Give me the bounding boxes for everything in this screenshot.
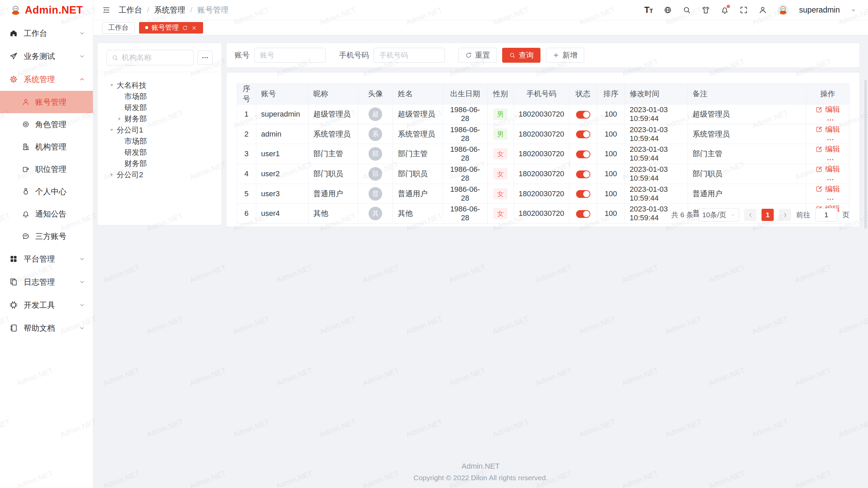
edit-button[interactable]: 编辑 [815, 144, 840, 154]
tree-node-财务部[interactable]: 财务部 [106, 158, 213, 169]
row-more-button[interactable] [826, 176, 834, 184]
tree-node-研发部[interactable]: 研发部 [106, 102, 213, 113]
org-search-input[interactable] [122, 53, 189, 62]
cell-no: 1 [237, 104, 256, 124]
profile-icon[interactable] [758, 6, 767, 14]
prev-page-button[interactable] [744, 209, 756, 221]
breadcrumb-separator: / [147, 6, 149, 14]
tab-账号管理[interactable]: 账号管理 [139, 22, 203, 34]
row-more-button[interactable] [826, 156, 834, 164]
tree-node-分公司1[interactable]: 分公司1 [106, 124, 213, 136]
caret-down-icon[interactable] [109, 127, 117, 133]
tab-工作台[interactable]: 工作台 [102, 22, 135, 34]
column-header-序号: 序号 [237, 84, 256, 104]
edit-button[interactable]: 编辑 [815, 124, 840, 135]
tree-more-button[interactable] [198, 50, 213, 65]
tree-node-市场部[interactable]: 市场部 [106, 91, 213, 102]
account-input[interactable] [254, 48, 326, 63]
sidebar-subitem-角色管理[interactable]: 角色管理 [0, 113, 93, 136]
cell-avatar: 超 [358, 104, 393, 124]
query-button[interactable]: 查询 [502, 48, 540, 63]
caret-right-icon[interactable] [109, 172, 117, 177]
sidebar-subitem-机构管理[interactable]: 机构管理 [0, 136, 93, 158]
status-toggle[interactable] [576, 190, 590, 198]
caret-down-icon[interactable] [109, 83, 117, 88]
sidebar-subitem-职位管理[interactable]: 职位管理 [0, 158, 93, 180]
sidebar-item-帮助文档[interactable]: 帮助文档 [0, 317, 93, 340]
page-size-select[interactable]: 10条/页 [698, 208, 739, 222]
add-button[interactable]: 新增 [546, 48, 584, 63]
tree-node-大名科技[interactable]: 大名科技 [106, 80, 213, 91]
notifications-icon[interactable] [721, 6, 729, 14]
theme-icon[interactable] [702, 6, 710, 14]
search-icon[interactable] [683, 6, 691, 14]
tree-node-财务部[interactable]: 财务部 [106, 113, 213, 124]
sidebar-item-业务测试[interactable]: 业务测试 [0, 45, 93, 68]
sidebar-item-日志管理[interactable]: 日志管理 [0, 270, 93, 293]
status-toggle[interactable] [576, 130, 590, 138]
status-toggle[interactable] [576, 150, 590, 158]
sidebar-item-平台管理[interactable]: 平台管理 [0, 247, 93, 270]
edit-button[interactable]: 编辑 [815, 184, 840, 194]
row-more-button[interactable] [826, 116, 834, 124]
sidebar-subitem-label: 职位管理 [35, 164, 66, 175]
status-toggle[interactable] [576, 111, 590, 119]
edit-button[interactable]: 编辑 [815, 104, 840, 115]
chevron-down-icon [730, 212, 735, 218]
cell-name: 超级管理员 [393, 104, 443, 124]
avatar[interactable] [777, 4, 789, 16]
row-more-button[interactable] [826, 195, 834, 203]
sidebar-item-系统管理[interactable]: 系统管理 [0, 68, 93, 91]
sidebar: Admin.NET 工作台业务测试系统管理账号管理角色管理机构管理职位管理个人中… [0, 0, 93, 488]
sidebar-subitem-个人中心[interactable]: 个人中心 [0, 180, 93, 203]
logo[interactable]: Admin.NET [0, 0, 93, 20]
cell-birth: 1986-06-28 [443, 164, 487, 184]
sidebar-subitem-通知公告[interactable]: 通知公告 [0, 203, 93, 225]
org-search-field[interactable] [106, 50, 194, 65]
row-more-button[interactable] [826, 136, 834, 144]
status-toggle[interactable] [576, 210, 590, 218]
edit-icon [815, 166, 823, 173]
cell-avatar: 部 [358, 144, 393, 164]
tree-node-研发部[interactable]: 研发部 [106, 147, 213, 158]
page-1-button[interactable]: 1 [762, 209, 774, 221]
tree-node-分公司2[interactable]: 分公司2 [106, 169, 213, 180]
cell-no: 3 [237, 144, 256, 164]
current-user[interactable]: superadmin [799, 5, 840, 15]
edit-button[interactable]: 编辑 [815, 164, 840, 174]
cell-remark: 系统管理员 [688, 124, 806, 144]
avatar: 部 [369, 167, 382, 181]
font-size-icon[interactable]: TT [644, 6, 653, 14]
cell-account: superadmin [256, 104, 308, 124]
page-scrollbar[interactable] [864, 80, 867, 229]
cell-remark: 部门主管 [688, 144, 806, 164]
sidebar-item-工作台[interactable]: 工作台 [0, 22, 93, 45]
status-toggle[interactable] [576, 170, 590, 178]
brand-title: Admin.NET [25, 4, 83, 16]
close-tab-icon[interactable] [191, 25, 197, 30]
language-icon[interactable] [664, 6, 672, 14]
next-page-button[interactable] [779, 209, 791, 221]
breadcrumb-separator: / [191, 6, 193, 14]
refresh-tab-icon[interactable] [182, 25, 188, 30]
tree-node-市场部[interactable]: 市场部 [106, 136, 213, 147]
sidebar-subitem-三方账号[interactable]: 三方账号 [0, 225, 93, 247]
user-menu-chevron-icon[interactable] [850, 7, 856, 13]
reset-button[interactable]: 重置 [458, 48, 497, 63]
sidebar-item-开发工具[interactable]: 开发工具 [0, 293, 93, 317]
breadcrumb-item-system[interactable]: 系统管理 [154, 5, 185, 15]
user-icon [22, 98, 30, 106]
chevron-down-icon [79, 30, 85, 37]
breadcrumb-item-workbench[interactable]: 工作台 [119, 5, 142, 15]
cell-account: admin [256, 124, 308, 144]
fullscreen-icon[interactable] [739, 6, 748, 14]
phone-input[interactable] [374, 48, 445, 63]
goto-page-input[interactable] [815, 208, 837, 222]
caret-right-icon[interactable] [117, 116, 124, 121]
sidebar-subitem-账号管理[interactable]: 账号管理 [0, 91, 93, 113]
cell-nickname: 部门职员 [308, 164, 358, 184]
cell-remark: 超级管理员 [688, 104, 806, 124]
sidebar-item-label: 帮助文档 [24, 323, 55, 333]
collapse-sidebar-icon[interactable] [102, 6, 111, 14]
cell-op: 编辑 [806, 184, 849, 204]
